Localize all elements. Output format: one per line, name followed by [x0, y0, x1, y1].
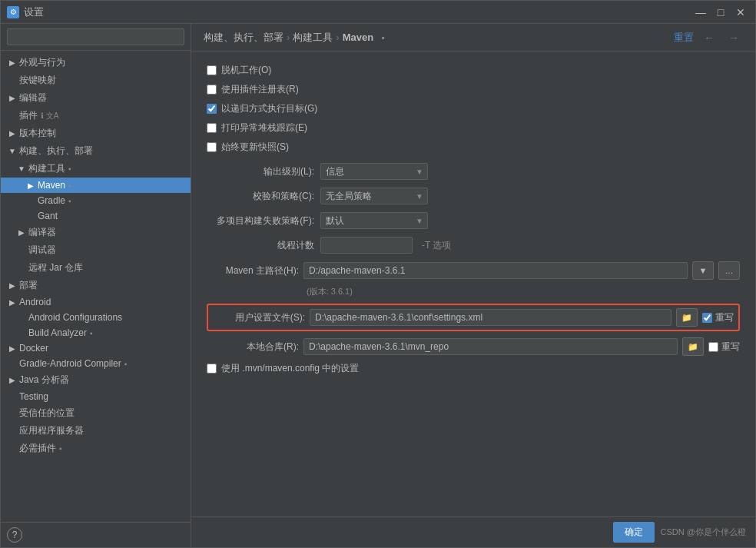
sidebar-label-android-configurations: Android Configurations — [28, 312, 122, 323]
build-analyzer-icon: ▪ — [90, 329, 93, 337]
sidebar-item-build[interactable]: 构建、执行、部署 — [1, 142, 191, 160]
sidebar-item-docker[interactable]: Docker — [1, 340, 191, 356]
maven-icon: ▪ — [68, 181, 71, 190]
sidebar-item-gant[interactable]: Gant — [1, 208, 191, 224]
arrow-editor — [7, 93, 18, 104]
plugins-badge: ℹ 文A — [41, 111, 58, 121]
local-repo-browse-btn[interactable]: 📁 — [682, 337, 704, 356]
arrow-compiler — [16, 228, 27, 238]
breadcrumb-actions: 重置 ← → — [674, 28, 743, 47]
close-button[interactable]: ✕ — [732, 4, 749, 21]
sidebar-label-build-analyzer: Build Analyzer — [28, 327, 87, 338]
sidebar-item-required-plugins[interactable]: 必需插件 ▪ — [1, 440, 191, 457]
local-repo-override-label: 重写 — [721, 340, 740, 354]
main-panel: 构建、执行、部署 › 构建工具 › Maven ▪ 重置 ← → 脱机 — [191, 24, 755, 547]
sidebar-item-android[interactable]: Android — [1, 294, 191, 310]
sidebar-item-deployment[interactable]: 部署 — [1, 277, 191, 294]
user-settings-input[interactable] — [310, 309, 671, 326]
sidebar-tree: 外观与行为 按键映射 编辑器 插件 ℹ 文A — [1, 51, 191, 522]
user-settings-override-wrapper: 重写 — [702, 311, 734, 324]
sidebar-item-java-analyzer[interactable]: Java 分析器 — [1, 371, 191, 389]
checkbox-plugin-registry-row: 使用插件注册表(R) — [207, 83, 740, 96]
checksum-policy-row: 校验和策略(C): 无全局策略 宽松 严格 ▼ — [207, 188, 740, 204]
sidebar-item-keymap[interactable]: 按键映射 — [1, 71, 191, 89]
sidebar-item-maven[interactable]: Maven ▪ — [1, 178, 191, 193]
sidebar-item-appearance[interactable]: 外观与行为 — [1, 54, 191, 71]
checkbox-print-stack[interactable] — [207, 123, 217, 133]
thread-note: -T 选项 — [422, 239, 451, 252]
output-level-select-wrapper: 信息 调试 警告 错误 ▼ — [320, 163, 428, 180]
sidebar-label-editor: 编辑器 — [19, 91, 47, 105]
nav-forward-button[interactable]: → — [724, 28, 743, 47]
breadcrumb-maven: Maven — [343, 32, 373, 43]
checkbox-offline[interactable] — [207, 65, 217, 75]
local-repo-override-checkbox[interactable] — [708, 342, 718, 352]
sidebar-label-gradle-android: Gradle-Android Compiler — [19, 358, 121, 369]
maximize-button[interactable]: □ — [712, 4, 729, 21]
arrow-android — [7, 297, 18, 307]
sidebar-item-trusted-locations[interactable]: 受信任的位置 — [1, 404, 191, 422]
arrow-vcs — [7, 128, 18, 139]
sidebar-label-docker: Docker — [19, 343, 48, 354]
checkbox-maven-config[interactable] — [207, 364, 217, 374]
maven-config-row: 使用 .mvn/maven.config 中的设置 — [207, 362, 740, 375]
checkbox-maven-config-label: 使用 .mvn/maven.config 中的设置 — [221, 362, 359, 375]
checksum-policy-select[interactable]: 无全局策略 宽松 严格 — [320, 188, 428, 204]
local-repo-override-wrapper: 重写 — [708, 340, 740, 354]
nav-back-button[interactable]: ← — [700, 28, 718, 47]
user-settings-override-label: 重写 — [715, 311, 734, 324]
sidebar-bottom: ? — [1, 522, 191, 547]
required-plugins-icon: ▪ — [59, 444, 62, 453]
sidebar-item-gradle[interactable]: Gradle ▪ — [1, 193, 191, 208]
local-repo-label: 本地合库(R): — [207, 340, 299, 354]
ok-button[interactable]: 确定 — [613, 522, 655, 543]
sidebar-item-debugger[interactable]: 调试器 — [1, 241, 191, 259]
gradle-android-icon: ▪ — [124, 360, 128, 368]
maven-home-browse-btn[interactable]: … — [718, 261, 740, 280]
sidebar-item-app-servers[interactable]: 应用程序服务器 — [1, 422, 191, 440]
sidebar-item-compiler[interactable]: 编译器 — [1, 224, 191, 241]
sidebar-item-build-analyzer[interactable]: Build Analyzer ▪ — [1, 325, 191, 340]
checkbox-always-update[interactable] — [207, 142, 217, 152]
maven-home-dropdown-btn[interactable]: ▼ — [692, 261, 714, 280]
thread-count-input[interactable] — [320, 237, 413, 254]
sidebar-item-build-tools[interactable]: 构建工具 ▪ — [1, 160, 191, 178]
failure-policy-select[interactable]: 默认 在结束时 从不 — [320, 212, 428, 229]
sidebar-label-trusted-locations: 受信任的位置 — [19, 407, 75, 420]
reset-link[interactable]: 重置 — [674, 31, 694, 45]
thread-count-row: 线程计数 -T 选项 — [207, 237, 740, 254]
checkbox-plugin-registry[interactable] — [207, 85, 217, 95]
sidebar-label-keymap: 按键映射 — [19, 74, 56, 87]
sidebar-item-vcs[interactable]: 版本控制 — [1, 125, 191, 142]
minimize-button[interactable]: — — [692, 4, 709, 21]
arrow-build — [7, 146, 18, 157]
output-level-select[interactable]: 信息 调试 警告 错误 — [320, 163, 428, 180]
sidebar-item-gradle-android[interactable]: Gradle-Android Compiler ▪ — [1, 356, 191, 371]
user-settings-browse-btn[interactable]: 📁 — [676, 308, 698, 327]
arrow-deployment — [7, 281, 18, 291]
thread-count-label: 线程计数 — [207, 239, 314, 252]
maven-version: (版本: 3.6.1) — [307, 286, 740, 297]
breadcrumb-bar: 构建、执行、部署 › 构建工具 › Maven ▪ 重置 ← → — [191, 24, 755, 51]
checkbox-print-stack-label: 打印异常堆栈跟踪(E) — [221, 121, 307, 135]
breadcrumb-pin-icon: ▪ — [381, 32, 384, 43]
search-input[interactable] — [7, 28, 184, 45]
maven-home-input[interactable] — [303, 262, 688, 279]
sidebar: 外观与行为 按键映射 编辑器 插件 ℹ 文A — [1, 24, 191, 547]
sidebar-item-editor[interactable]: 编辑器 — [1, 89, 191, 107]
help-button[interactable]: ? — [7, 527, 22, 543]
title-bar: ⚙ 设置 — □ ✕ — [1, 1, 755, 24]
sidebar-item-android-configurations[interactable]: Android Configurations — [1, 310, 191, 325]
main-content: 外观与行为 按键映射 编辑器 插件 ℹ 文A — [1, 24, 755, 547]
sidebar-label-build: 构建、执行、部署 — [19, 144, 93, 158]
sidebar-item-plugins[interactable]: 插件 ℹ 文A — [1, 107, 191, 125]
maven-home-row: Maven 主路径(H): ▼ … — [207, 261, 740, 280]
local-repo-input[interactable] — [303, 338, 678, 355]
sidebar-label-vcs: 版本控制 — [19, 127, 56, 140]
sidebar-item-remote-jar[interactable]: 远程 Jar 仓库 — [1, 259, 191, 277]
user-settings-label: 用户设置文件(S): — [213, 311, 305, 324]
checkbox-recursive[interactable] — [207, 104, 217, 114]
sidebar-label-maven: Maven — [38, 180, 65, 191]
user-settings-override-checkbox[interactable] — [702, 313, 712, 323]
sidebar-item-testing[interactable]: Testing — [1, 389, 191, 404]
